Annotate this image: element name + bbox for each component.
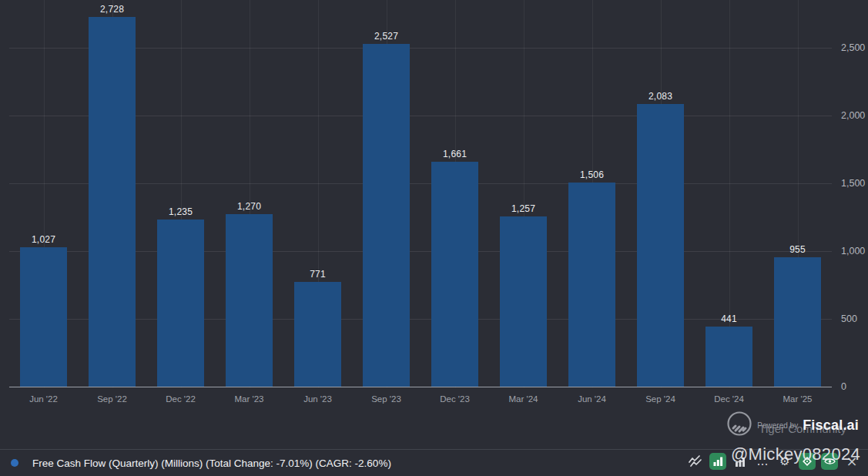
bar-chart-type-button[interactable] xyxy=(709,453,726,470)
y-tick-label: 0 xyxy=(841,381,846,392)
bar-jun23[interactable] xyxy=(294,282,341,387)
bar-value-label: 771 xyxy=(310,269,326,280)
bar-value-label: 1,235 xyxy=(169,206,193,217)
x-tick-label: Sep '24 xyxy=(645,394,675,404)
legend-series-label: Free Cash Flow (Quarterly) (Millions) (T… xyxy=(32,458,391,469)
bar-value-label: 2,728 xyxy=(100,4,124,15)
powered-by-watermark: Powered by Fiscal.ai xyxy=(726,411,859,440)
bar-value-label: 441 xyxy=(721,313,737,324)
bar-mar24[interactable] xyxy=(500,216,547,387)
bar-chart-plot-area: 1,0272,7281,2351,2707712,5271,6611,2571,… xyxy=(9,0,832,387)
x-tick-label: Jun '22 xyxy=(29,394,58,404)
x-tick-label: Jun '23 xyxy=(303,394,332,404)
fiscal-logo-icon xyxy=(726,411,752,440)
x-tick-label: Dec '22 xyxy=(166,394,196,404)
bar-value-label: 1,506 xyxy=(580,169,604,180)
more-options-icon[interactable]: … xyxy=(754,453,771,470)
y-tick-label: 2,500 xyxy=(841,42,865,53)
bar-sep24[interactable] xyxy=(637,104,684,387)
x-tick-label: Jun '24 xyxy=(578,394,606,404)
fiscal-brand-label: Fiscal.ai xyxy=(803,417,859,434)
bar-dec23[interactable] xyxy=(431,162,478,387)
bar-mar23[interactable] xyxy=(226,214,273,387)
bar-value-label: 1,257 xyxy=(511,203,535,214)
column-chart-icon[interactable] xyxy=(732,453,749,470)
legend-series-dot xyxy=(11,459,18,467)
trend-lines-icon[interactable] xyxy=(687,453,704,470)
legend-item[interactable]: Free Cash Flow (Quarterly) (Millions) (T… xyxy=(0,458,391,469)
y-tick-label: 2,000 xyxy=(841,110,865,121)
x-tick-label: Dec '24 xyxy=(714,394,744,404)
bar-value-label: 955 xyxy=(789,244,806,255)
close-icon[interactable]: × xyxy=(843,453,860,470)
visibility-eye-button[interactable] xyxy=(821,453,838,470)
tag-button[interactable] xyxy=(799,453,816,470)
bar-dec22[interactable] xyxy=(157,220,204,387)
bar-jun24[interactable] xyxy=(568,183,615,387)
bar-value-label: 1,270 xyxy=(237,201,261,212)
settings-gear-icon[interactable]: ⚙ xyxy=(776,453,793,470)
bar-mar25[interactable] xyxy=(774,257,821,387)
bar-sep23[interactable] xyxy=(363,44,410,387)
bar-dec24[interactable] xyxy=(705,327,752,387)
bar-value-label: 2,527 xyxy=(374,31,398,42)
x-tick-label: Sep '23 xyxy=(371,394,401,404)
y-tick-label: 1,500 xyxy=(841,178,865,189)
chart-toolbar: … ⚙ × xyxy=(687,453,860,470)
x-tick-label: Sep '22 xyxy=(97,394,127,404)
x-tick-label: Mar '25 xyxy=(783,394,813,404)
bar-jun22[interactable] xyxy=(20,247,67,387)
x-tick-label: Dec '23 xyxy=(440,394,470,404)
bar-value-label: 1,027 xyxy=(32,234,55,245)
bar-value-label: 1,661 xyxy=(443,149,467,159)
y-tick-label: 1,000 xyxy=(841,246,865,256)
x-tick-label: Mar '24 xyxy=(509,394,538,404)
bar-value-label: 2,083 xyxy=(648,91,672,102)
y-tick-label: 500 xyxy=(841,313,857,324)
fiscal-chart-widget: 1,0272,7281,2351,2707712,5271,6611,2571,… xyxy=(0,0,868,476)
community-watermark: Tiger Community xyxy=(759,422,846,435)
powered-by-label: Powered by xyxy=(757,421,798,430)
x-axis-line xyxy=(9,387,832,387)
x-tick-label: Mar '23 xyxy=(235,394,264,404)
bar-sep22[interactable] xyxy=(89,17,136,387)
